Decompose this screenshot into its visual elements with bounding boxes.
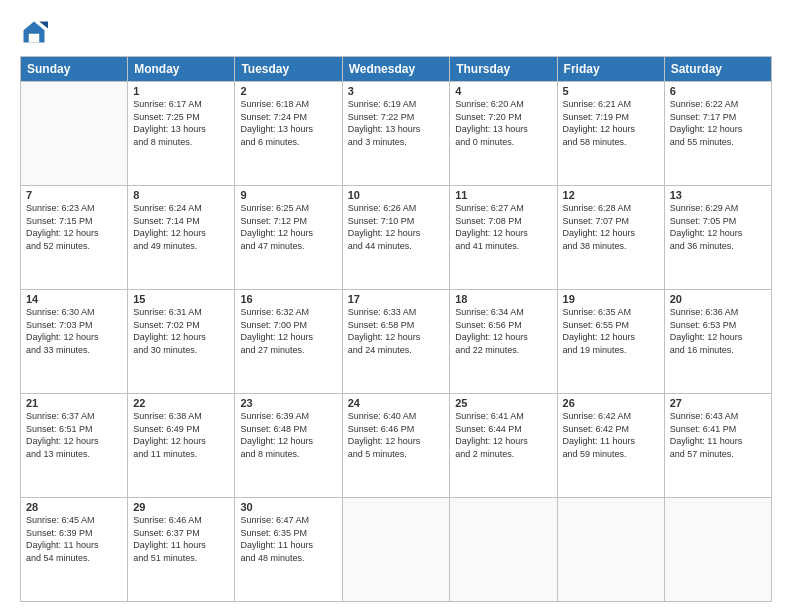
- calendar-cell: 14Sunrise: 6:30 AM Sunset: 7:03 PM Dayli…: [21, 290, 128, 394]
- day-number: 14: [26, 293, 122, 305]
- day-header-saturday: Saturday: [664, 57, 771, 82]
- page: SundayMondayTuesdayWednesdayThursdayFrid…: [0, 0, 792, 612]
- calendar-cell: 16Sunrise: 6:32 AM Sunset: 7:00 PM Dayli…: [235, 290, 342, 394]
- calendar-cell: 2Sunrise: 6:18 AM Sunset: 7:24 PM Daylig…: [235, 82, 342, 186]
- day-number: 27: [670, 397, 766, 409]
- cell-info: Sunrise: 6:30 AM Sunset: 7:03 PM Dayligh…: [26, 306, 122, 356]
- day-number: 26: [563, 397, 659, 409]
- calendar-cell: 11Sunrise: 6:27 AM Sunset: 7:08 PM Dayli…: [450, 186, 557, 290]
- day-number: 3: [348, 85, 445, 97]
- calendar-cell: 22Sunrise: 6:38 AM Sunset: 6:49 PM Dayli…: [128, 394, 235, 498]
- logo: [20, 18, 52, 46]
- calendar-cell: 6Sunrise: 6:22 AM Sunset: 7:17 PM Daylig…: [664, 82, 771, 186]
- cell-info: Sunrise: 6:18 AM Sunset: 7:24 PM Dayligh…: [240, 98, 336, 148]
- calendar-cell: 7Sunrise: 6:23 AM Sunset: 7:15 PM Daylig…: [21, 186, 128, 290]
- day-number: 10: [348, 189, 445, 201]
- day-header-monday: Monday: [128, 57, 235, 82]
- day-number: 9: [240, 189, 336, 201]
- day-number: 30: [240, 501, 336, 513]
- day-number: 22: [133, 397, 229, 409]
- day-number: 8: [133, 189, 229, 201]
- calendar-cell: 13Sunrise: 6:29 AM Sunset: 7:05 PM Dayli…: [664, 186, 771, 290]
- calendar-cell: 9Sunrise: 6:25 AM Sunset: 7:12 PM Daylig…: [235, 186, 342, 290]
- week-row-1: 7Sunrise: 6:23 AM Sunset: 7:15 PM Daylig…: [21, 186, 772, 290]
- day-number: 16: [240, 293, 336, 305]
- day-number: 28: [26, 501, 122, 513]
- week-row-0: 1Sunrise: 6:17 AM Sunset: 7:25 PM Daylig…: [21, 82, 772, 186]
- day-header-thursday: Thursday: [450, 57, 557, 82]
- cell-info: Sunrise: 6:23 AM Sunset: 7:15 PM Dayligh…: [26, 202, 122, 252]
- calendar-cell: 28Sunrise: 6:45 AM Sunset: 6:39 PM Dayli…: [21, 498, 128, 602]
- calendar-cell: [450, 498, 557, 602]
- cell-info: Sunrise: 6:17 AM Sunset: 7:25 PM Dayligh…: [133, 98, 229, 148]
- day-number: 5: [563, 85, 659, 97]
- calendar-cell: [664, 498, 771, 602]
- svg-rect-2: [29, 34, 40, 43]
- day-number: 24: [348, 397, 445, 409]
- calendar-cell: 24Sunrise: 6:40 AM Sunset: 6:46 PM Dayli…: [342, 394, 450, 498]
- cell-info: Sunrise: 6:32 AM Sunset: 7:00 PM Dayligh…: [240, 306, 336, 356]
- calendar-cell: [21, 82, 128, 186]
- day-number: 23: [240, 397, 336, 409]
- cell-info: Sunrise: 6:27 AM Sunset: 7:08 PM Dayligh…: [455, 202, 551, 252]
- calendar-cell: 26Sunrise: 6:42 AM Sunset: 6:42 PM Dayli…: [557, 394, 664, 498]
- calendar-cell: 25Sunrise: 6:41 AM Sunset: 6:44 PM Dayli…: [450, 394, 557, 498]
- calendar-cell: 20Sunrise: 6:36 AM Sunset: 6:53 PM Dayli…: [664, 290, 771, 394]
- day-number: 6: [670, 85, 766, 97]
- calendar-cell: 19Sunrise: 6:35 AM Sunset: 6:55 PM Dayli…: [557, 290, 664, 394]
- day-number: 1: [133, 85, 229, 97]
- calendar-cell: 30Sunrise: 6:47 AM Sunset: 6:35 PM Dayli…: [235, 498, 342, 602]
- cell-info: Sunrise: 6:38 AM Sunset: 6:49 PM Dayligh…: [133, 410, 229, 460]
- day-number: 2: [240, 85, 336, 97]
- week-row-3: 21Sunrise: 6:37 AM Sunset: 6:51 PM Dayli…: [21, 394, 772, 498]
- calendar-cell: 1Sunrise: 6:17 AM Sunset: 7:25 PM Daylig…: [128, 82, 235, 186]
- calendar-cell: 12Sunrise: 6:28 AM Sunset: 7:07 PM Dayli…: [557, 186, 664, 290]
- logo-icon: [20, 18, 48, 46]
- cell-info: Sunrise: 6:36 AM Sunset: 6:53 PM Dayligh…: [670, 306, 766, 356]
- day-number: 17: [348, 293, 445, 305]
- day-header-friday: Friday: [557, 57, 664, 82]
- cell-info: Sunrise: 6:33 AM Sunset: 6:58 PM Dayligh…: [348, 306, 445, 356]
- calendar-cell: 3Sunrise: 6:19 AM Sunset: 7:22 PM Daylig…: [342, 82, 450, 186]
- calendar-cell: 18Sunrise: 6:34 AM Sunset: 6:56 PM Dayli…: [450, 290, 557, 394]
- cell-info: Sunrise: 6:29 AM Sunset: 7:05 PM Dayligh…: [670, 202, 766, 252]
- day-number: 15: [133, 293, 229, 305]
- day-number: 25: [455, 397, 551, 409]
- cell-info: Sunrise: 6:35 AM Sunset: 6:55 PM Dayligh…: [563, 306, 659, 356]
- day-header-tuesday: Tuesday: [235, 57, 342, 82]
- calendar-cell: 27Sunrise: 6:43 AM Sunset: 6:41 PM Dayli…: [664, 394, 771, 498]
- week-row-2: 14Sunrise: 6:30 AM Sunset: 7:03 PM Dayli…: [21, 290, 772, 394]
- cell-info: Sunrise: 6:46 AM Sunset: 6:37 PM Dayligh…: [133, 514, 229, 564]
- cell-info: Sunrise: 6:42 AM Sunset: 6:42 PM Dayligh…: [563, 410, 659, 460]
- calendar-cell: 23Sunrise: 6:39 AM Sunset: 6:48 PM Dayli…: [235, 394, 342, 498]
- day-number: 13: [670, 189, 766, 201]
- cell-info: Sunrise: 6:22 AM Sunset: 7:17 PM Dayligh…: [670, 98, 766, 148]
- cell-info: Sunrise: 6:31 AM Sunset: 7:02 PM Dayligh…: [133, 306, 229, 356]
- cell-info: Sunrise: 6:28 AM Sunset: 7:07 PM Dayligh…: [563, 202, 659, 252]
- cell-info: Sunrise: 6:37 AM Sunset: 6:51 PM Dayligh…: [26, 410, 122, 460]
- calendar-cell: 21Sunrise: 6:37 AM Sunset: 6:51 PM Dayli…: [21, 394, 128, 498]
- day-number: 19: [563, 293, 659, 305]
- cell-info: Sunrise: 6:26 AM Sunset: 7:10 PM Dayligh…: [348, 202, 445, 252]
- cell-info: Sunrise: 6:43 AM Sunset: 6:41 PM Dayligh…: [670, 410, 766, 460]
- day-header-wednesday: Wednesday: [342, 57, 450, 82]
- calendar-cell: 4Sunrise: 6:20 AM Sunset: 7:20 PM Daylig…: [450, 82, 557, 186]
- calendar-cell: 5Sunrise: 6:21 AM Sunset: 7:19 PM Daylig…: [557, 82, 664, 186]
- day-number: 18: [455, 293, 551, 305]
- calendar-cell: 8Sunrise: 6:24 AM Sunset: 7:14 PM Daylig…: [128, 186, 235, 290]
- calendar-cell: 17Sunrise: 6:33 AM Sunset: 6:58 PM Dayli…: [342, 290, 450, 394]
- calendar-cell: [342, 498, 450, 602]
- week-row-4: 28Sunrise: 6:45 AM Sunset: 6:39 PM Dayli…: [21, 498, 772, 602]
- cell-info: Sunrise: 6:41 AM Sunset: 6:44 PM Dayligh…: [455, 410, 551, 460]
- day-number: 4: [455, 85, 551, 97]
- day-number: 29: [133, 501, 229, 513]
- day-number: 7: [26, 189, 122, 201]
- day-header-sunday: Sunday: [21, 57, 128, 82]
- day-number: 11: [455, 189, 551, 201]
- calendar-cell: 29Sunrise: 6:46 AM Sunset: 6:37 PM Dayli…: [128, 498, 235, 602]
- cell-info: Sunrise: 6:19 AM Sunset: 7:22 PM Dayligh…: [348, 98, 445, 148]
- cell-info: Sunrise: 6:34 AM Sunset: 6:56 PM Dayligh…: [455, 306, 551, 356]
- day-number: 21: [26, 397, 122, 409]
- header: [20, 18, 772, 46]
- cell-info: Sunrise: 6:21 AM Sunset: 7:19 PM Dayligh…: [563, 98, 659, 148]
